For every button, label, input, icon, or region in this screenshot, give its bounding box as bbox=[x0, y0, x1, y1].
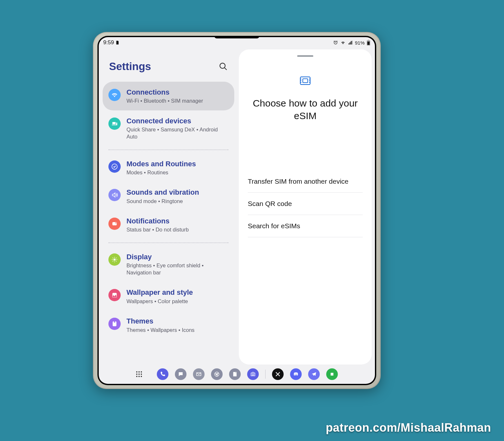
settings-item-wallpaper-and-style[interactable]: Wallpaper and styleWallpapers • Color pa… bbox=[103, 282, 234, 311]
svg-line-11 bbox=[116, 261, 116, 262]
settings-item-subtitle: Quick Share • Samsung DeX • Android Auto bbox=[126, 126, 227, 140]
settings-item-connections[interactable]: ConnectionsWi-Fi • Bluetooth • SIM manag… bbox=[103, 82, 234, 110]
drag-handle[interactable] bbox=[297, 55, 313, 57]
themes-icon bbox=[108, 318, 121, 330]
settings-item-subtitle: Modes • Routines bbox=[126, 169, 196, 176]
alarm-icon bbox=[333, 40, 338, 45]
esim-dialog: Choose how to add your eSIM Transfer SIM… bbox=[239, 49, 372, 364]
svg-point-0 bbox=[220, 63, 225, 68]
settings-title: Settings bbox=[109, 60, 151, 73]
settings-item-title: Display bbox=[126, 253, 227, 261]
settings-item-connected-devices[interactable]: Connected devicesQuick Share • Samsung D… bbox=[103, 110, 234, 146]
settings-item-title: Notifications bbox=[126, 217, 189, 225]
svg-point-4 bbox=[115, 222, 116, 223]
taskbar bbox=[99, 366, 375, 384]
esim-option-transfer-sim-from-another-device[interactable]: Transfer SIM from another device bbox=[248, 170, 363, 193]
svg-line-13 bbox=[116, 258, 116, 258]
svg-point-27 bbox=[295, 374, 295, 374]
search-icon[interactable] bbox=[219, 62, 228, 71]
dock-app-phone[interactable] bbox=[157, 368, 168, 380]
wallpaper-icon bbox=[108, 289, 121, 301]
settings-item-title: Sounds and vibration bbox=[126, 188, 199, 197]
settings-item-display[interactable]: DisplayBrightness • Eye comfort shield •… bbox=[103, 246, 234, 282]
settings-item-subtitle: Status bar • Do not disturb bbox=[126, 226, 189, 233]
hinge-notch bbox=[214, 37, 259, 38]
esim-dialog-title: Choose how to add your eSIM bbox=[239, 97, 372, 122]
dock-app-messages[interactable] bbox=[175, 368, 186, 380]
settings-item-subtitle: Sound mode • Ringtone bbox=[126, 198, 199, 205]
dock-app-chrome[interactable] bbox=[211, 368, 223, 380]
esim-chip-icon bbox=[300, 76, 311, 85]
settings-item-title: Themes bbox=[126, 317, 195, 325]
settings-item-subtitle: Wallpapers • Color palette bbox=[126, 298, 193, 305]
esim-option-search-for-esims[interactable]: Search for eSIMs bbox=[248, 215, 363, 237]
app-drawer-button[interactable] bbox=[136, 371, 142, 377]
battery-icon bbox=[367, 40, 370, 46]
settings-item-subtitle: Brightness • Eye comfort shield • Naviga… bbox=[126, 262, 227, 276]
svg-point-26 bbox=[252, 374, 254, 375]
svg-point-28 bbox=[296, 374, 297, 374]
settings-item-subtitle: Themes • Wallpapers • Icons bbox=[126, 326, 195, 333]
check-icon bbox=[108, 160, 121, 173]
svg-line-10 bbox=[113, 258, 113, 258]
dock-divider bbox=[265, 370, 266, 379]
clock: 9:59 bbox=[103, 39, 114, 46]
dock-app-feedly[interactable] bbox=[324, 366, 340, 383]
status-bar: 9:59 91% bbox=[99, 37, 375, 48]
dock-app-notes[interactable] bbox=[229, 368, 241, 380]
battery-percent: 91% bbox=[355, 40, 365, 46]
svg-line-1 bbox=[225, 68, 227, 70]
settings-divider bbox=[108, 149, 228, 150]
screen: 9:59 91% Settings bbox=[99, 37, 375, 384]
settings-item-title: Connections bbox=[126, 88, 203, 97]
device-bezel: 9:59 91% Settings bbox=[97, 36, 376, 385]
settings-left-pane[interactable]: Settings ConnectionsWi-Fi • Bluetooth • … bbox=[99, 48, 238, 366]
dock-app-x[interactable] bbox=[272, 368, 284, 380]
dock-app-gmail[interactable] bbox=[193, 368, 205, 380]
settings-item-modes-and-routines[interactable]: Modes and RoutinesModes • Routines bbox=[103, 153, 234, 182]
sound-icon bbox=[108, 189, 121, 201]
wifi-status-icon bbox=[340, 40, 346, 45]
signal-status-icon bbox=[348, 40, 353, 45]
svg-rect-17 bbox=[303, 79, 307, 83]
notif-icon bbox=[108, 218, 121, 230]
settings-item-themes[interactable]: ThemesThemes • Wallpapers • Icons bbox=[103, 311, 234, 339]
dock-app-telegram[interactable] bbox=[308, 368, 320, 380]
watermark: patreon.com/MishaalRahman bbox=[326, 421, 491, 435]
settings-item-notifications[interactable]: NotificationsStatus bar • Do not disturb bbox=[103, 210, 234, 239]
settings-item-sounds-and-vibration[interactable]: Sounds and vibrationSound mode • Rington… bbox=[103, 182, 234, 210]
dock-app-camera[interactable] bbox=[247, 368, 259, 380]
wifi-icon bbox=[108, 89, 121, 101]
settings-item-subtitle: Wi-Fi • Bluetooth • SIM manager bbox=[126, 97, 203, 104]
settings-divider bbox=[108, 242, 228, 243]
settings-item-title: Connected devices bbox=[126, 117, 227, 125]
device-frame: 9:59 91% Settings bbox=[93, 32, 381, 389]
esim-options-list: Transfer SIM from another deviceScan QR … bbox=[239, 170, 372, 237]
settings-item-title: Wallpaper and style bbox=[126, 288, 193, 297]
esim-option-scan-qr-code[interactable]: Scan QR code bbox=[248, 193, 363, 215]
devices-icon bbox=[108, 118, 121, 130]
dock-app-discord[interactable] bbox=[290, 368, 302, 380]
svg-rect-16 bbox=[300, 77, 310, 85]
display-icon bbox=[108, 253, 121, 266]
svg-line-12 bbox=[113, 261, 113, 262]
sim-status-icon bbox=[115, 40, 120, 45]
settings-item-title: Modes and Routines bbox=[126, 160, 196, 168]
settings-items-list: ConnectionsWi-Fi • Bluetooth • SIM manag… bbox=[102, 82, 235, 339]
svg-point-5 bbox=[114, 258, 116, 261]
